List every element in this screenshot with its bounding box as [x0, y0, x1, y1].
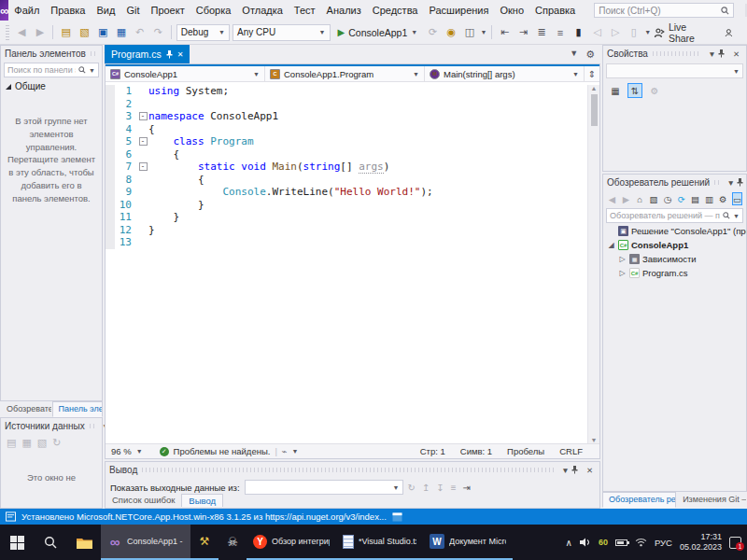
volume-icon[interactable]: [580, 538, 591, 547]
tray-expand-icon[interactable]: ∧: [566, 538, 572, 548]
wrench-icon[interactable]: ⚙: [647, 83, 662, 98]
pin-icon[interactable]: [166, 50, 173, 59]
close-icon[interactable]: ✕: [730, 49, 742, 59]
uncomment-icon[interactable]: ≡: [553, 24, 569, 40]
tab-git-changes[interactable]: Изменения Git — п...: [676, 492, 747, 508]
menu-item[interactable]: Тест: [289, 0, 321, 21]
edit-data-source-icon[interactable]: ▦: [21, 437, 31, 449]
tab-solution-explorer[interactable]: Обозреватель реше...: [602, 492, 676, 508]
taskbar-app[interactable]: ∞ConsoleApp1 - Mic...: [101, 525, 190, 560]
file-explorer-icon[interactable]: [67, 525, 101, 560]
bookmark-icon[interactable]: ▮: [571, 24, 586, 40]
wifi-icon[interactable]: [635, 538, 647, 547]
back-icon[interactable]: ◀: [607, 192, 617, 205]
quick-search-input[interactable]: [599, 6, 721, 16]
scrollbar-thumb[interactable]: [591, 94, 598, 126]
zoom-dropdown-icon[interactable]: ▼: [136, 448, 143, 455]
refresh-icon[interactable]: ⟳: [676, 192, 686, 205]
save-icon[interactable]: ▣: [95, 24, 111, 40]
find-message-icon[interactable]: ↻: [408, 483, 416, 493]
save-all-icon[interactable]: ▦: [114, 24, 130, 40]
chevron-down-icon[interactable]: ▼: [480, 29, 486, 35]
zoom-level[interactable]: 96 %: [111, 446, 132, 456]
taskbar-app[interactable]: WДокумент Microso...: [423, 525, 513, 560]
taskbar-app[interactable]: ☠: [218, 525, 247, 560]
tab-error-list[interactable]: Список ошибок: [106, 494, 181, 507]
clear-all-icon[interactable]: ≡: [451, 483, 457, 493]
goto-next-message-icon[interactable]: ↧: [436, 483, 444, 493]
fold-toggle-icon[interactable]: -: [139, 112, 148, 120]
gear-icon[interactable]: ⚙: [585, 49, 595, 61]
properties-wrench-icon[interactable]: ⚙: [718, 192, 728, 205]
code-cleanup-dropdown-icon[interactable]: ▼: [292, 448, 299, 455]
find-in-files-icon[interactable]: ◉: [444, 24, 459, 40]
solution-search-input[interactable]: [610, 211, 720, 220]
toolbar-options-chevron-icon[interactable]: ▼: [644, 29, 651, 35]
alphabetical-sort-icon[interactable]: ⇅: [627, 83, 642, 98]
fold-toggle-icon[interactable]: -: [139, 162, 148, 171]
next-bookmark-icon[interactable]: ▷: [608, 24, 624, 40]
menu-item[interactable]: Отладка: [236, 0, 288, 21]
menu-item[interactable]: Правка: [45, 0, 91, 21]
chevron-down-icon[interactable]: ▼: [733, 213, 740, 219]
preview-selected-items-icon[interactable]: ▭: [732, 192, 742, 205]
type-dropdown[interactable]: C ConsoleApp1.Program▼: [265, 66, 425, 81]
split-window-icon[interactable]: ⇕: [585, 66, 599, 81]
solution-platforms-dropdown[interactable]: Any CPU▼: [233, 24, 331, 41]
show-all-files-icon[interactable]: ▥: [704, 192, 714, 205]
taskbar-app[interactable]: YОбзор интегриров...: [247, 525, 336, 560]
taskbar-search-icon[interactable]: [34, 525, 67, 560]
new-file-icon[interactable]: ▤: [58, 24, 74, 40]
pin-icon[interactable]: [571, 466, 584, 474]
spaces-indicator[interactable]: Пробелы: [507, 446, 544, 456]
data-sources-header[interactable]: Источники данных ▼ ✕: [1, 418, 102, 434]
tree-item[interactable]: ▷C#Program.cs: [603, 266, 746, 280]
scroll-down-icon[interactable]: ▼: [591, 437, 598, 443]
word-wrap-icon[interactable]: ⇥: [463, 483, 471, 493]
comment-icon[interactable]: ≣: [534, 24, 550, 40]
document-well-dropdown-icon[interactable]: ▼: [570, 49, 578, 61]
menu-item[interactable]: Проект: [145, 0, 190, 21]
output-source-dropdown[interactable]: ▼: [245, 480, 403, 495]
code-lines[interactable]: 1using System;23-namespace ConsoleApp14{…: [106, 85, 587, 443]
redo-icon[interactable]: ↷: [150, 24, 166, 40]
solution-explorer-header[interactable]: Обозреватель решений ▼ ✕: [603, 175, 746, 190]
window-position-icon[interactable]: ▼: [559, 466, 571, 475]
taskbar-app[interactable]: ⚒: [190, 525, 218, 560]
clear-bookmarks-icon[interactable]: ▯: [626, 24, 641, 40]
properties-header[interactable]: Свойства ▼ ✕: [603, 46, 746, 62]
window-position-icon[interactable]: ▼: [706, 49, 718, 59]
fold-toggle-icon[interactable]: -: [139, 137, 148, 146]
undo-icon[interactable]: ↶: [132, 24, 148, 40]
battery-percent[interactable]: 60: [599, 538, 608, 547]
line-indicator[interactable]: Стр: 1: [420, 446, 445, 456]
title-bar[interactable]: ∞ ФайлПравкаВидGitПроектСборкаОтладкаТес…: [0, 0, 747, 21]
menu-item[interactable]: Средства: [367, 0, 424, 21]
home-icon[interactable]: ⌂: [635, 192, 645, 205]
close-icon[interactable]: ✕: [584, 466, 596, 475]
tab-toolbox[interactable]: Панель эле...: [52, 401, 103, 417]
tab-server-explorer[interactable]: Обозревате...: [0, 401, 52, 417]
indent-decrease-icon[interactable]: ⇤: [497, 24, 513, 40]
close-tab-icon[interactable]: ✕: [177, 50, 184, 59]
project-dropdown[interactable]: C# ConsoleApp1▼: [106, 66, 265, 81]
output-header[interactable]: Вывод ▼ ✕: [106, 462, 599, 478]
tree-item[interactable]: ▣Решение "ConsoleApp1" (проекты: 1 из 1): [603, 224, 746, 238]
menu-item[interactable]: Окно: [494, 0, 529, 21]
toolbar-grip[interactable]: [6, 25, 9, 40]
clock[interactable]: 17:31 05.02.2023: [680, 532, 722, 553]
menu-item[interactable]: Git: [120, 0, 145, 21]
live-share-button[interactable]: Live Share: [654, 21, 743, 44]
output-window-icon[interactable]: [392, 512, 402, 522]
eol-indicator[interactable]: CRLF: [559, 446, 583, 456]
member-dropdown[interactable]: M Main(string[] args)▼: [425, 66, 585, 81]
solution-configurations-dropdown[interactable]: Debug▼: [176, 24, 230, 41]
properties-object-dropdown[interactable]: ▼: [606, 63, 743, 78]
window-position-icon[interactable]: ▼: [725, 178, 737, 188]
indent-increase-icon[interactable]: ⇥: [515, 24, 531, 40]
pending-changes-filter-icon[interactable]: ◷: [662, 192, 672, 205]
menu-item[interactable]: Расширения: [423, 0, 494, 21]
tab-output[interactable]: Вывод: [181, 494, 223, 507]
toolbox-group-general[interactable]: Общие: [1, 78, 102, 94]
expand-arrow-icon[interactable]: ▷: [618, 255, 627, 263]
